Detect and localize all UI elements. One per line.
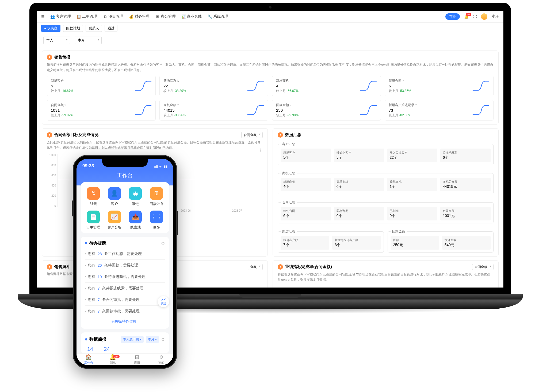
summary-item[interactable]: 新增客户5个 [281,149,331,162]
tab-dashboard[interactable]: ● 仪表盘 [41,25,60,32]
tabbar-item[interactable]: 🔔消息194 [101,354,125,365]
gear-icon[interactable]: ⚙ [161,241,165,246]
summary-item[interactable]: 赢单商机0个 [334,178,384,191]
brief-period-select[interactable]: 本月 ▾ [146,336,159,343]
summary-item[interactable]: 转成交客户5个 [334,149,384,162]
app-shortcut[interactable]: 📥线索池 [125,211,146,230]
stat-card[interactable]: 商机金额? 44015 较上月 -33.26% [159,100,268,121]
person-select[interactable]: 本人 [43,37,70,44]
funnel-metric-select[interactable]: 金额 [248,264,263,270]
gear-icon[interactable]: ⚙ [161,337,165,342]
nav-item[interactable]: ⧉项目管理 [103,14,123,19]
summary-item[interactable]: 预计回款549元 [442,236,491,250]
kpi-metric-select[interactable]: 合同金额 [472,264,494,270]
nav-item[interactable]: 📊商业智能 [182,14,202,19]
app-icon: 📈 [108,211,121,223]
nav-item[interactable]: 👥客户管理 [51,14,71,19]
stat-card[interactable]: 新增商机 4 较上月 -66.67% [272,76,381,96]
summary-item[interactable]: 放入公海客户22个 [387,149,438,162]
todo-more-link[interactable]: 有99条待办信息 › [85,317,165,326]
stat-card[interactable]: 新增合同? 6 较上月 -53.85% [385,76,494,96]
brief-number: 24 [104,346,110,352]
kpi-panel: ✦ 业绩指标完成率(合同金额) 合同金额 将仪表盘筛选条件下审核状态为已通过的合… [273,260,499,288]
todo-item[interactable]: 您有10条待跟进商机，需要处理 [85,271,165,283]
stat-value: 5 [51,84,135,88]
todo-item[interactable]: 您有7条回款审批，需要处理 [85,306,165,317]
fullscreen-icon[interactable]: ⛶ [473,14,477,19]
summary-item[interactable]: 回款250元 [391,236,439,250]
stat-card[interactable]: 新增联系人 22 较上月 -38.89% [159,76,268,96]
brief-scope-select[interactable]: 本人及下属 ▾ [121,336,144,343]
todo-item[interactable]: 您有28条工作动态，需要处理 [85,248,165,260]
stat-card[interactable]: 新增客户跟进记录? 73 较上月 -82.58% [385,100,494,121]
top-navbar: ☰ 👥客户管理📋工单管理⧉项目管理💰财务管理🖥办公管理📊商业智能🔧系统管理 首页… [37,11,503,23]
todo-item[interactable]: 您有7条合同审批，需要处理 [85,294,165,306]
summary-item[interactable]: 新增商机4个 [281,178,331,191]
tab-payback[interactable]: 回款计划 [63,25,83,32]
panel-icon: ✦ [47,132,52,138]
summary-item[interactable]: 跟进客户数7个 [281,236,329,250]
panel-icon: ✦ [47,264,52,270]
todo-item[interactable]: 您有26条待回款，需要处理 [85,260,165,271]
summary-item[interactable]: 已到期0个 [387,207,438,220]
download-icon[interactable]: ⭳ [259,148,263,152]
stat-value: 73 [389,108,472,112]
summary-item[interactable]: 即将到期0个 [334,207,384,220]
panel-icon: ✦ [278,132,283,138]
summary-item[interactable]: 商机总金额44015元 [440,178,491,191]
tabbar-item[interactable]: ☺我的 [149,354,174,365]
avatar[interactable] [481,13,487,20]
app-shortcut[interactable]: 📈客户分析 [104,211,125,230]
tab-follow[interactable]: 跟进 [105,25,117,32]
app-shortcut[interactable]: ↯线索 [83,187,104,206]
panel-title: 合同金额目标及完成情况 [54,132,98,137]
panel-title: 数据汇总 [285,132,301,137]
stat-card[interactable]: 回款金额? 250 较上月 -99.98% [272,100,381,121]
stat-card[interactable]: 新增客户 5 较上月 -16.67% [47,76,156,96]
tab-contacts[interactable]: 联系人 [86,25,102,32]
tabbar-item[interactable]: ⊞应用 [125,354,149,365]
nav-icon: 📋 [77,15,81,19]
fab-new-button[interactable]: 新建 [158,296,169,307]
stat-card[interactable]: 合同金额? 1031 较上月 -99.07% [47,100,156,121]
summary-item[interactable]: 签约合同6个 [281,207,331,220]
app-shortcut[interactable]: ⋮⋮更多 [146,211,167,230]
summary-item[interactable]: 新增待跟进客户数3个 [332,236,381,250]
app-shortcut[interactable]: 🗓回款计划 [146,187,167,206]
panel-description: 将仪表盘筛选条件下审核状态为已通过的合同/回款金额与管理员在企业管理后台设置的目… [278,272,494,283]
app-shortcut[interactable]: 👤客户 [104,187,125,206]
tab-icon: ⊞ [135,354,139,360]
home-pill[interactable]: 首页 [445,13,460,20]
summary-item[interactable]: 合同金额1031元 [440,207,491,220]
notifications-icon[interactable]: 🔔92 [464,14,469,19]
stat-value: 44015 [163,108,247,112]
nav-item[interactable]: 💰财务管理 [129,14,150,19]
summary-group: 客户汇总新增客户5个转成交客户5个放入公海客户22个公海池领取6个 [278,142,494,165]
todo-item[interactable]: 您有7条待跟进线索，需要处理 [85,283,165,294]
summary-group: 合同汇总签约合同6个即将到期0个已到期0个合同金额1031元 [278,200,494,223]
nav-item[interactable]: 🔧系统管理 [208,14,228,19]
nav-item[interactable]: 📋工单管理 [77,14,97,19]
panel-title: 销售简报 [54,55,70,60]
menu-toggle-icon[interactable]: ☰ [41,14,45,19]
todo-title: 待办提醒 [89,240,106,246]
tabbar-item[interactable]: 🏠工作台 [77,354,101,365]
tab-icon: ☺ [159,354,164,360]
summary-group: 跟进汇总跟进客户数7个新增待跟进客户数3个 [278,229,384,253]
app-icon: ⋮⋮ [150,211,163,223]
summary-group: 回款金额回款250元预计回款549元 [388,229,494,253]
username: 小王 [492,14,499,19]
stat-label: 新增客户 [51,79,135,83]
app-icon: 📥 [129,211,142,223]
stat-label: 商机金额? [163,103,247,107]
app-shortcut[interactable]: ◉跟进 [125,187,146,206]
summary-item[interactable]: 公海池领取6个 [440,149,491,162]
phone-frame: 09:33 ııll ᯤ ▮▮ 工作台 ↯线索👤客户◉跟进🗓回款计划📄订单管理📈… [73,155,177,369]
period-select[interactable]: 本月 [75,37,102,44]
app-shortcut[interactable]: 📄订单管理 [83,211,104,230]
summary-item[interactable]: 输单商机1个 [387,178,438,191]
stat-label: 新增商机 [276,79,360,83]
nav-item[interactable]: 🖥办公管理 [155,14,176,19]
goal-metric-select[interactable]: 合同金额 [241,132,263,138]
nav-icon: 🖥 [155,15,159,19]
